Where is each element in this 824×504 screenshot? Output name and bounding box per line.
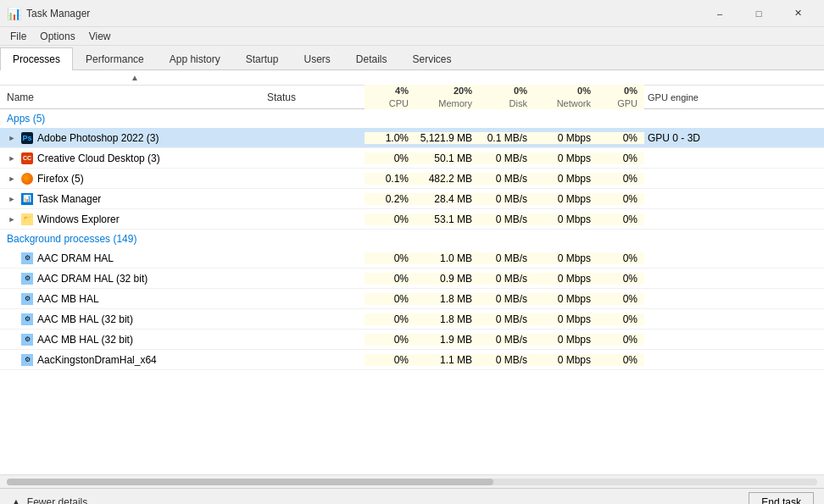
window-title: Task Manager xyxy=(26,8,700,19)
row-name-bg3: ► ⚙ AAC MB HAL xyxy=(0,292,267,306)
row-network: 0 Mbps xyxy=(534,334,598,346)
row-name-explorer: ► 📁 Windows Explorer xyxy=(0,213,267,226)
row-name-bg4: ► ⚙ AAC MB HAL (32 bit) xyxy=(0,313,267,326)
tab-users[interactable]: Users xyxy=(291,47,342,70)
minimize-button[interactable]: – xyxy=(700,0,739,27)
row-network: 0 Mbps xyxy=(534,193,598,205)
row-memory: 53.1 MB xyxy=(415,213,479,225)
tab-performance[interactable]: Performance xyxy=(73,47,157,70)
row-gpu: 0% xyxy=(598,273,644,285)
scrollbar-thumb[interactable] xyxy=(7,479,493,485)
row-cpu: 0% xyxy=(365,273,415,285)
table-row[interactable]: ► Ps Adobe Photoshop 2022 (3) 1.0% 5,121… xyxy=(0,128,824,148)
col-header-cpu[interactable]: 4% CPU xyxy=(365,85,415,109)
menu-options[interactable]: Options xyxy=(33,29,81,44)
row-disk: 0 MB/s xyxy=(479,313,534,325)
status-bar: ▲ Fewer details End task xyxy=(0,488,824,504)
table-row[interactable]: ► 📊 Task Manager 0.2% 28.4 MB 0 MB/s 0 M… xyxy=(0,189,824,209)
row-cpu: 0% xyxy=(365,313,415,325)
expand-icon[interactable]: ► xyxy=(7,214,17,224)
row-gpu: 0% xyxy=(598,252,644,264)
close-button[interactable]: ✕ xyxy=(778,0,817,27)
col-header-status[interactable]: Status xyxy=(267,91,365,103)
horizontal-scrollbar[interactable] xyxy=(7,479,817,485)
tab-processes[interactable]: Processes xyxy=(0,47,73,70)
table-row[interactable]: ► ⚙ AAC MB HAL 0% 1.8 MB 0 MB/s 0 Mbps 0… xyxy=(0,289,824,309)
window-controls: – □ ✕ xyxy=(700,0,817,27)
row-gpu: 0% xyxy=(598,132,644,144)
sort-arrow-icon: ▲ xyxy=(131,73,139,82)
row-cpu: 0% xyxy=(365,252,415,264)
row-network: 0 Mbps xyxy=(534,173,598,185)
we-app-icon: 📁 xyxy=(20,213,34,226)
menu-view[interactable]: View xyxy=(82,29,118,44)
row-disk: 0 MB/s xyxy=(479,273,534,285)
row-network: 0 Mbps xyxy=(534,313,598,325)
row-cpu: 0% xyxy=(365,354,415,366)
col-header-disk[interactable]: 0% Disk xyxy=(479,85,534,109)
row-cpu: 1.0% xyxy=(365,132,415,144)
row-gpu: 0% xyxy=(598,152,644,164)
table-row[interactable]: ► ⚙ AacKingstonDramHal_x64 0% 1.1 MB 0 M… xyxy=(0,350,824,370)
table-row[interactable]: ► ⚙ AAC DRAM HAL 0% 1.0 MB 0 MB/s 0 Mbps… xyxy=(0,248,824,269)
expand-icon[interactable]: ► xyxy=(7,153,17,163)
row-gpu: 0% xyxy=(598,213,644,225)
tab-details[interactable]: Details xyxy=(343,47,400,70)
table-row[interactable]: ► 📁 Windows Explorer 0% 53.1 MB 0 MB/s 0… xyxy=(0,209,824,230)
bg-app-icon: ⚙ xyxy=(20,353,34,367)
row-network: 0 Mbps xyxy=(534,273,598,285)
row-network: 0 Mbps xyxy=(534,132,598,144)
row-gpu: 0% xyxy=(598,354,644,366)
expand-icon[interactable]: ► xyxy=(7,194,17,204)
row-gpu: 0% xyxy=(598,313,644,325)
menu-file[interactable]: File xyxy=(3,29,33,44)
tab-startup[interactable]: Startup xyxy=(233,47,292,70)
row-name-bg6: ► ⚙ AacKingstonDramHal_x64 xyxy=(0,353,267,367)
expand-icon[interactable]: ► xyxy=(7,174,17,184)
row-name-cc: ► CC Creative Cloud Desktop (3) xyxy=(0,152,267,165)
expand-icon[interactable]: ► xyxy=(7,133,17,143)
table-row[interactable]: ► Firefox (5) 0.1% 482.2 MB 0 MB/s 0 Mbp… xyxy=(0,169,824,189)
row-gpu: 0% xyxy=(598,193,644,205)
col-header-memory[interactable]: 20% Memory xyxy=(415,85,479,109)
row-gpu: 0% xyxy=(598,173,644,185)
bg-app-icon: ⚙ xyxy=(20,313,34,326)
row-network: 0 Mbps xyxy=(534,293,598,305)
row-cpu: 0.2% xyxy=(365,193,415,205)
end-task-button[interactable]: End task xyxy=(749,492,814,505)
maximize-button[interactable]: □ xyxy=(739,0,778,27)
bg-section-header: Background processes (149) xyxy=(0,230,824,248)
table-row[interactable]: ► ⚙ AAC MB HAL (32 bit) 0% 1.9 MB 0 MB/s… xyxy=(0,330,824,350)
row-name-photoshop: ► Ps Adobe Photoshop 2022 (3) xyxy=(0,131,267,145)
tab-app-history[interactable]: App history xyxy=(157,47,233,70)
row-disk: 0 MB/s xyxy=(479,193,534,205)
row-memory: 28.4 MB xyxy=(415,193,479,205)
bg-app-icon: ⚙ xyxy=(20,272,34,285)
row-memory: 50.1 MB xyxy=(415,152,479,164)
col-header-network[interactable]: 0% Network xyxy=(534,85,598,109)
table-row[interactable]: ► ⚙ AAC MB HAL (32 bit) 0% 1.8 MB 0 MB/s… xyxy=(0,309,824,330)
row-gpu: 0% xyxy=(598,293,644,305)
row-disk: 0 MB/s xyxy=(479,293,534,305)
col-header-gpu[interactable]: 0% GPU xyxy=(598,85,644,109)
table-row[interactable]: ► ⚙ AAC DRAM HAL (32 bit) 0% 0.9 MB 0 MB… xyxy=(0,269,824,289)
row-gpu-engine: GPU 0 - 3D xyxy=(644,132,824,144)
row-memory: 1.9 MB xyxy=(415,334,479,346)
fewer-details-button[interactable]: ▲ Fewer details xyxy=(10,496,87,505)
col-header-gpu-engine[interactable]: GPU engine xyxy=(644,92,824,102)
tab-bar: Processes Performance App history Startu… xyxy=(0,46,824,70)
row-network: 0 Mbps xyxy=(534,252,598,264)
bg-app-icon: ⚙ xyxy=(20,252,34,265)
row-disk: 0 MB/s xyxy=(479,173,534,185)
row-name-taskmanager: ► 📊 Task Manager xyxy=(0,192,267,206)
row-cpu: 0% xyxy=(365,293,415,305)
tab-services[interactable]: Services xyxy=(400,47,465,70)
col-header-name[interactable]: Name xyxy=(0,91,267,103)
cc-app-icon: CC xyxy=(20,152,34,165)
table-row[interactable]: ► CC Creative Cloud Desktop (3) 0% 50.1 … xyxy=(0,148,824,169)
row-memory: 482.2 MB xyxy=(415,173,479,185)
row-name-bg2: ► ⚙ AAC DRAM HAL (32 bit) xyxy=(0,272,267,285)
row-name-firefox: ► Firefox (5) xyxy=(0,172,267,186)
table-body[interactable]: Apps (5) ► Ps Adobe Photoshop 2022 (3) 1… xyxy=(0,109,824,474)
row-disk: 0 MB/s xyxy=(479,354,534,366)
